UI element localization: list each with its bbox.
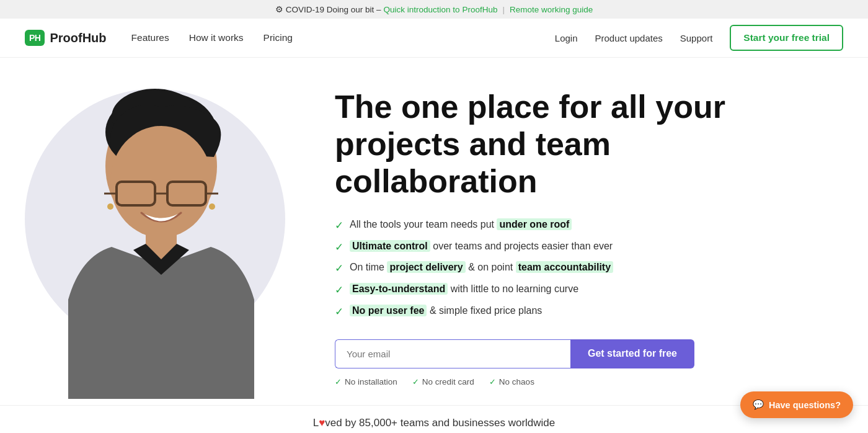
nav-product-updates[interactable]: Product updates [595, 33, 663, 43]
email-input[interactable] [335, 339, 570, 368]
chat-bubble[interactable]: 💬 Have questions? [740, 391, 853, 418]
banner-link-intro[interactable]: Quick introduction to ProofHub [384, 5, 498, 14]
chat-label: Have questions? [769, 400, 841, 410]
logo-link[interactable]: PH ProofHub [25, 30, 107, 46]
nav-links: Features How it works Pricing [131, 32, 555, 43]
check-small-2: ✓ [412, 377, 419, 386]
feature-item-3: ✓ On time project delivery & on point te… [335, 261, 732, 276]
svg-point-12 [209, 203, 215, 210]
feature-text-2: Ultimate control over teams and projects… [350, 239, 613, 253]
highlight-roof: under one roof [497, 218, 572, 230]
email-form: Get started for free [335, 339, 694, 368]
top-banner: ⚙ COVID-19 Doing our bit – Quick introdu… [0, 0, 868, 19]
check-icon-3: ✓ [335, 261, 343, 276]
feature-item-1: ✓ All the tools your team needs put unde… [335, 218, 732, 233]
highlight-easy: Easy-to-understand [350, 283, 448, 295]
check-icon-2: ✓ [335, 240, 343, 255]
nav-features[interactable]: Features [131, 32, 169, 43]
no-features-bar: ✓ No installation ✓ No credit card ✓ No … [335, 377, 732, 386]
highlight-fee: No per user fee [350, 305, 427, 316]
loved-bar: L♥ved by 85,000+ teams and businesses wo… [0, 405, 868, 433]
gear-icon: ⚙ [275, 4, 283, 14]
hero-title: The one place for all your projects and … [335, 89, 732, 200]
feature-text-1: All the tools your team needs put under … [350, 218, 572, 231]
nav-right: Login Product updates Support Start your… [555, 25, 843, 51]
check-small-1: ✓ [335, 377, 342, 386]
logo-text: ProofHub [50, 31, 106, 45]
banner-separator: | [502, 5, 505, 14]
heart-icon: ♥ [319, 417, 325, 429]
chat-icon: 💬 [753, 400, 764, 410]
no-chaos: ✓ No chaos [489, 377, 534, 386]
nav-pricing[interactable]: Pricing [264, 32, 293, 43]
nav-how-it-works[interactable]: How it works [189, 32, 244, 43]
hero-section: The one place for all your projects and … [0, 58, 868, 405]
hero-image-area [0, 76, 310, 399]
highlight-control: Ultimate control [350, 240, 430, 252]
feature-item-2: ✓ Ultimate control over teams and projec… [335, 239, 732, 255]
check-icon-4: ✓ [335, 283, 343, 298]
hero-person [31, 76, 291, 399]
no-install: ✓ No installation [335, 377, 397, 386]
get-started-button[interactable]: Get started for free [570, 339, 694, 368]
loved-text-before: L [313, 417, 319, 429]
features-list: ✓ All the tools your team needs put unde… [335, 218, 732, 319]
highlight-accountability: team accountability [516, 261, 613, 273]
nav-login[interactable]: Login [555, 33, 578, 43]
svg-point-11 [107, 203, 113, 210]
banner-link-remote[interactable]: Remote working guide [510, 5, 593, 14]
feature-item-4: ✓ Easy-to-understand with little to no l… [335, 282, 732, 298]
banner-text: COVID-19 Doing our bit – [286, 5, 381, 14]
nav-support[interactable]: Support [680, 33, 713, 43]
feature-text-5: No per user fee & simple fixed price pla… [350, 304, 542, 318]
loved-text-after: ved by 85,000+ teams and businesses worl… [325, 417, 555, 429]
logo-box: PH [25, 30, 45, 46]
check-icon-1: ✓ [335, 218, 343, 233]
check-small-3: ✓ [489, 377, 496, 386]
person-illustration [31, 76, 291, 399]
highlight-delivery: project delivery [387, 261, 465, 273]
svg-rect-10 [68, 343, 254, 399]
navbar: PH ProofHub Features How it works Pricin… [0, 19, 868, 58]
no-credit: ✓ No credit card [412, 377, 474, 386]
hero-content: The one place for all your projects and … [310, 76, 769, 398]
check-icon-5: ✓ [335, 305, 343, 319]
feature-item-5: ✓ No per user fee & simple fixed price p… [335, 304, 732, 319]
feature-text-3: On time project delivery & on point team… [350, 261, 613, 274]
start-trial-button[interactable]: Start your free trial [730, 25, 843, 51]
feature-text-4: Easy-to-understand with little to no lea… [350, 282, 578, 296]
